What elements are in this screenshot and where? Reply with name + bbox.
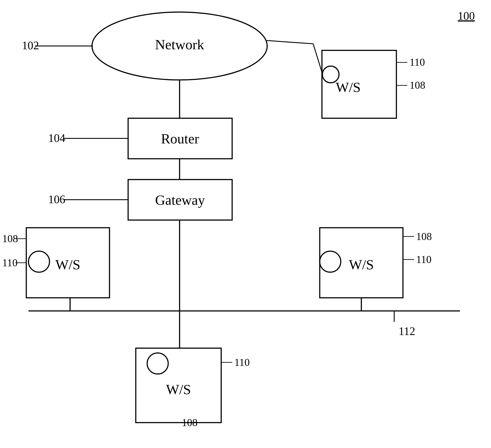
router-label: Router (161, 131, 199, 147)
label-108-tr: 108 (409, 79, 425, 91)
ref-number: 100 (458, 10, 475, 22)
label-108-right: 108 (416, 231, 432, 242)
network-label: Network (155, 37, 204, 52)
label-106: 106 (48, 193, 65, 205)
ws-label-right: W/S (349, 257, 374, 272)
label-108-left: 108 (2, 233, 18, 244)
label-110-bottom: 110 (234, 356, 250, 368)
ws-port-right (320, 251, 341, 272)
ws-port-left (28, 251, 49, 272)
label-104: 104 (48, 132, 65, 144)
ws-port-bottom (147, 353, 168, 374)
gateway-label: Gateway (155, 192, 205, 208)
ws-port-topright (322, 66, 339, 83)
label-110-tr: 110 (409, 56, 425, 68)
ws-label-bottom: W/S (166, 382, 191, 397)
label-108-bottom: 108 (182, 417, 198, 428)
label-112: 112 (399, 325, 415, 337)
label-110-left: 110 (2, 257, 18, 269)
ws-label-left: W/S (55, 257, 80, 272)
label-102: 102 (22, 39, 39, 52)
label-110-right: 110 (416, 253, 431, 265)
ws-label-topright: W/S (336, 79, 361, 95)
